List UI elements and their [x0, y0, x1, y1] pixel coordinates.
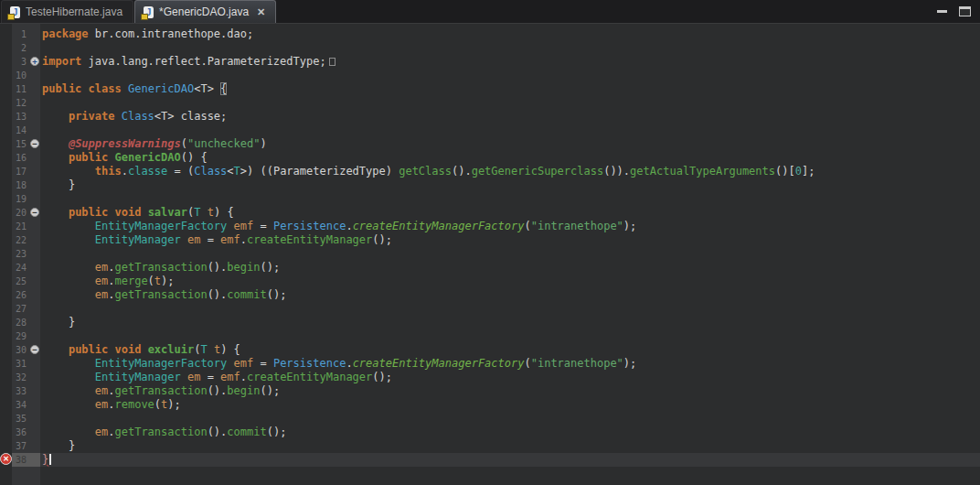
code-text[interactable]: public void excluir(T t) {: [40, 343, 980, 357]
annotation-gutter[interactable]: [0, 261, 12, 275]
code-text[interactable]: em.getTransaction().begin();: [40, 261, 980, 275]
code-text[interactable]: [40, 412, 980, 426]
code-text[interactable]: private Class<T> classe;: [40, 110, 980, 124]
code-line: 33 em.getTransaction().begin();: [0, 384, 980, 398]
code-text[interactable]: [40, 41, 980, 55]
annotation-gutter[interactable]: [0, 151, 12, 165]
annotation-gutter[interactable]: ✕: [0, 453, 12, 467]
code-text[interactable]: em.getTransaction().begin();: [40, 384, 980, 398]
fold-gutter: [30, 453, 40, 467]
text-caret: [49, 454, 51, 465]
fold-gutter: [30, 288, 40, 302]
annotation-gutter[interactable]: [0, 426, 12, 439]
annotation-gutter[interactable]: [0, 302, 12, 316]
code-text[interactable]: public void salvar(T t) {: [40, 206, 980, 220]
code-text[interactable]: [40, 69, 980, 82]
fold-gutter: [30, 412, 40, 426]
annotation-gutter[interactable]: [0, 41, 12, 55]
code-text[interactable]: public class GenericDAO<T> {: [40, 82, 980, 96]
line-number: 17: [12, 165, 30, 178]
fold-collapse-icon[interactable]: −: [30, 139, 39, 148]
tab-close-icon[interactable]: ✕: [257, 6, 265, 18]
fold-gutter: [30, 233, 40, 247]
code-line: 13 private Class<T> classe;: [0, 110, 980, 124]
annotation-gutter[interactable]: [0, 316, 12, 329]
code-text[interactable]: @SuppressWarnings("unchecked"): [40, 137, 980, 151]
annotation-gutter[interactable]: [0, 288, 12, 302]
editor-tab[interactable]: JTesteHibernate.java: [1, 0, 133, 23]
code-line: ✕38}: [0, 453, 980, 467]
code-text[interactable]: import java.lang.reflect.ParameterizedTy…: [40, 55, 980, 69]
code-text[interactable]: [40, 192, 980, 206]
fold-gutter: [30, 82, 40, 96]
code-text[interactable]: [40, 96, 980, 110]
code-line: 34 em.remove(t);: [0, 398, 980, 412]
fold-collapse-icon[interactable]: −: [30, 345, 39, 354]
code-text[interactable]: EntityManagerFactory emf = Persistence.c…: [40, 220, 980, 233]
annotation-gutter[interactable]: [0, 206, 12, 220]
code-text[interactable]: [40, 247, 980, 261]
code-text[interactable]: }: [40, 439, 980, 453]
code-line: 21 EntityManagerFactory emf = Persistenc…: [0, 220, 980, 233]
annotation-gutter[interactable]: [0, 412, 12, 426]
annotation-gutter[interactable]: [0, 233, 12, 247]
fold-gutter: [30, 41, 40, 55]
annotation-gutter[interactable]: [0, 343, 12, 357]
code-text[interactable]: em.getTransaction().commit();: [40, 288, 980, 302]
code-editor[interactable]: 1package br.com.intranethope.dao;23+impo…: [0, 24, 980, 485]
fold-expand-icon[interactable]: +: [30, 57, 39, 66]
annotation-gutter[interactable]: [0, 192, 12, 206]
annotation-gutter[interactable]: [0, 247, 12, 261]
code-text[interactable]: [40, 124, 980, 137]
annotation-gutter[interactable]: [0, 165, 12, 178]
code-text[interactable]: this.classe = (Class<T>) ((Parameterized…: [40, 165, 980, 178]
annotation-gutter[interactable]: [0, 329, 12, 343]
code-text[interactable]: }: [40, 453, 980, 467]
fold-gutter: [30, 316, 40, 329]
code-text[interactable]: em.remove(t);: [40, 398, 980, 412]
code-text[interactable]: em.merge(t);: [40, 275, 980, 288]
code-text[interactable]: EntityManager em = emf.createEntityManag…: [40, 371, 980, 384]
code-text[interactable]: [40, 329, 980, 343]
code-line: 11public class GenericDAO<T> {: [0, 82, 980, 96]
annotation-gutter[interactable]: [0, 124, 12, 137]
annotation-gutter[interactable]: [0, 357, 12, 371]
annotation-gutter[interactable]: [0, 82, 12, 96]
annotation-gutter[interactable]: [0, 439, 12, 453]
annotation-gutter[interactable]: [0, 69, 12, 82]
annotation-gutter[interactable]: [0, 398, 12, 412]
line-number: 2: [12, 41, 30, 55]
code-text[interactable]: [40, 302, 980, 316]
line-number: 38: [12, 453, 30, 467]
fold-gutter: [30, 110, 40, 124]
code-text[interactable]: }: [40, 316, 980, 329]
code-line: 37 }: [0, 439, 980, 453]
code-text[interactable]: EntityManager em = emf.createEntityManag…: [40, 233, 980, 247]
annotation-gutter[interactable]: [0, 27, 12, 41]
maximize-icon[interactable]: [959, 6, 971, 16]
code-line: 31 EntityManagerFactory emf = Persistenc…: [0, 357, 980, 371]
annotation-gutter[interactable]: [0, 96, 12, 110]
annotation-gutter[interactable]: [0, 220, 12, 233]
fold-collapse-icon[interactable]: −: [30, 208, 39, 217]
code-text[interactable]: }: [40, 178, 980, 192]
line-number: 14: [12, 124, 30, 137]
annotation-gutter[interactable]: [0, 384, 12, 398]
code-text[interactable]: public GenericDAO() {: [40, 151, 980, 165]
editor-tab[interactable]: J*GenericDAO.java✕: [134, 0, 276, 23]
code-text[interactable]: EntityManagerFactory emf = Persistence.c…: [40, 357, 980, 371]
annotation-gutter[interactable]: [0, 55, 12, 69]
code-line: 27: [0, 302, 980, 316]
minimize-icon[interactable]: [937, 7, 948, 16]
code-text[interactable]: package br.com.intranethope.dao;: [40, 27, 980, 41]
annotation-gutter[interactable]: [0, 275, 12, 288]
code-text[interactable]: em.getTransaction().commit();: [40, 426, 980, 439]
line-number: 35: [12, 412, 30, 426]
annotation-gutter[interactable]: [0, 137, 12, 151]
fold-gutter: −: [30, 206, 40, 220]
line-number: 11: [12, 82, 30, 96]
error-marker-icon[interactable]: ✕: [0, 453, 12, 465]
annotation-gutter[interactable]: [0, 371, 12, 384]
annotation-gutter[interactable]: [0, 178, 12, 192]
annotation-gutter[interactable]: [0, 110, 12, 124]
